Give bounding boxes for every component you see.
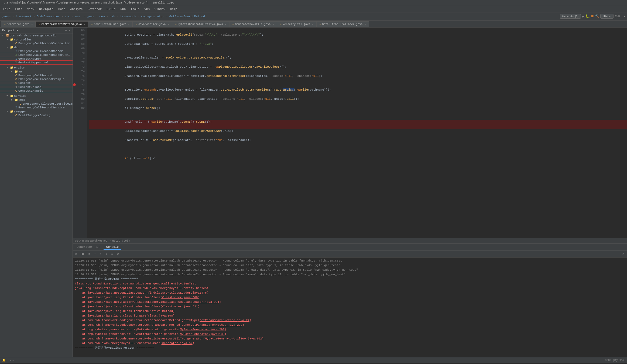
tab-mybatis-close[interactable]: ✕	[225, 23, 226, 26]
console-scroll-down-btn[interactable]: ⬇	[99, 251, 103, 256]
link-urlclassloader[interactable]: URLClassLoader.java:476	[166, 291, 207, 294]
breadcrumb-gaosu[interactable]: gaosu	[2, 15, 11, 18]
console-close-btn[interactable]: ✕	[621, 251, 625, 256]
console-soft-wrap-btn[interactable]: ↕	[104, 252, 108, 256]
tab-generator-close[interactable]: ✕	[31, 23, 33, 26]
breadcrumb-method[interactable]: GetParamSearchMethod	[169, 15, 205, 18]
status-info: ...	[10, 359, 15, 362]
console-restart-btn[interactable]: ↺	[87, 251, 91, 256]
link-classloader2[interactable]: ClassLoader.java:521	[162, 305, 198, 308]
tree-gentestmapper-xml[interactable]: X GenTestMapper.xml	[0, 61, 73, 64]
tree-root[interactable]: ▼ 📦 com.nwh.dxds.emergencycall	[0, 33, 73, 37]
link-mybatis-139[interactable]: MyBatisGenerator.java:139	[180, 332, 224, 336]
link-mybatis-293[interactable]: MyBatisGenerator.java:293	[180, 328, 224, 331]
tree-controller-folder[interactable]: ▼ 📁 controller	[0, 37, 73, 42]
tab-compilationunit[interactable]: ☕ CompilationUnit.java ✕	[88, 21, 132, 27]
menu-edit[interactable]: Edit	[13, 7, 24, 11]
breadcrumb-codegenerator2[interactable]: codegenerator	[141, 15, 164, 18]
tab-generator[interactable]: ☕ Generator.java ✕	[1, 21, 36, 27]
menu-view[interactable]: View	[25, 7, 36, 11]
breadcrumb-com[interactable]: com	[100, 15, 105, 18]
tab-velocity[interactable]: ☕ VelocityUtil.java ✕	[277, 21, 316, 27]
menu-help[interactable]: Help	[168, 7, 179, 11]
tab-console[interactable]: Console	[104, 245, 121, 250]
menu-build[interactable]: Build	[104, 7, 118, 11]
breadcrumb-main[interactable]: main	[75, 15, 82, 18]
tab-defaultshell[interactable]: ☕ DefaultShellCallback.java ✕	[316, 21, 369, 27]
link-generator-59[interactable]: Generator.java:59	[162, 342, 192, 345]
tab-getparam[interactable]: ☕ GetParamSearchMethod.java ✕	[36, 21, 88, 27]
tree-gentestexample[interactable]: C GenTestExample	[0, 89, 73, 93]
console-settings-btn[interactable]: ⚙	[116, 251, 120, 256]
impl-folder-icon: 📁	[14, 98, 18, 102]
tree-gentestmapper[interactable]: I GenTestMapper	[0, 57, 73, 61]
tab-mybatis[interactable]: ☕ MybatisGeneratorUtilTwo.java ✕	[172, 21, 229, 27]
tree-vo-folder[interactable]: ▶ 📁 vo	[0, 70, 73, 74]
tab-generator-bottom[interactable]: Generator (1)	[74, 245, 102, 250]
link-getparam-239[interactable]: GetParamSearchMethod.java:239	[191, 323, 242, 327]
menu-window[interactable]: Window	[152, 7, 167, 11]
tree-emergencycallrecordserviceimpl[interactable]: C EmergencyCallRecordServiceImpl	[0, 102, 73, 106]
console-run-btn[interactable]: ▶	[74, 251, 78, 256]
console-line-11: at java.base/java.lang.ClassLoader.loadC…	[75, 304, 625, 309]
menu-run[interactable]: Run	[118, 7, 128, 11]
menu-vcs[interactable]: VCS	[142, 7, 152, 11]
breadcrumb-nwh[interactable]: nwh	[110, 15, 115, 18]
tree-service-folder[interactable]: ▼ 📁 service	[0, 94, 73, 98]
menu-navigate[interactable]: Navigate	[37, 7, 56, 11]
tree-ecallswaggerconfig[interactable]: C EcallSwaggerConfig	[0, 114, 73, 117]
menu-refactor[interactable]: Refactor	[85, 7, 104, 11]
tree-emergencycallrecordmapper-xml[interactable]: X EmergencyCallRecordMapper.xml	[0, 53, 73, 57]
link-mybatisutil-162[interactable]: MybatisGeneratorUtilTwo.java:162	[205, 337, 262, 340]
tree-controller-class-label: EmergencyCallRecordController	[18, 42, 70, 45]
breadcrumb-framework2[interactable]: framework	[120, 15, 136, 18]
tab-compilationunit-label: CompilationUnit.java	[94, 23, 126, 26]
tree-root-arrow: ▼	[2, 34, 5, 37]
console-scroll-up-btn[interactable]: ⬆	[93, 251, 97, 256]
tab-javacompiler[interactable]: ☕ JavaCompiler.java ✕	[132, 21, 172, 27]
tree-emergencycallrecordcontroller[interactable]: C EmergencyCallRecordController	[0, 42, 73, 45]
generator-button[interactable]: Generator (1)	[560, 14, 581, 19]
link-classloader[interactable]: ClassLoader.java:588	[162, 296, 198, 299]
code-area[interactable]: String repString = classPath.replaceAll(…	[87, 28, 627, 238]
menu-tools[interactable]: Tools	[128, 7, 142, 11]
tab-compilationunit-close[interactable]: ✕	[128, 23, 129, 26]
tree-emergencycallrecord[interactable]: C EmergencyCallRecord	[0, 74, 73, 77]
breadcrumb-src[interactable]: src	[65, 15, 70, 18]
sidebar-options[interactable]: ⚙ ✕	[65, 29, 70, 32]
tab-velocity-close[interactable]: ✕	[312, 23, 313, 26]
menu-file[interactable]: File	[1, 7, 12, 11]
tree-swagger-folder[interactable]: ▼ 📁 swagger	[0, 109, 73, 114]
link-factoryurlclassloader[interactable]: URLClassLoader.java:904	[178, 300, 219, 304]
link-class-forname[interactable]: Class.java:398	[148, 314, 173, 317]
tree-gentest[interactable]: C GenTest	[0, 81, 73, 85]
tree-entity-folder[interactable]: ▼ 📁 entity	[0, 66, 73, 70]
breadcrumb-codegenerator[interactable]: CodeGenerator	[37, 15, 60, 18]
tree-service-interface-label: EmergencyCallRecordService	[18, 106, 65, 109]
tree-dao-folder[interactable]: ▼ 📁 dao	[0, 45, 73, 49]
console-line-17: at org.mybatis.generator.api.MyBatisGene…	[75, 332, 625, 336]
breadcrumb-java[interactable]: java	[87, 15, 94, 18]
breadcrumb-framework[interactable]: framework	[16, 15, 32, 18]
service-folder-icon: 📁	[10, 94, 14, 98]
tree-emergencycallrecordservice[interactable]: I EmergencyCallRecordService	[0, 106, 73, 109]
tab-javacompiler-close[interactable]: ✕	[168, 23, 169, 26]
tree-impl-folder[interactable]: ▼ 📁 impl	[0, 98, 73, 102]
tab-defaultshell-close[interactable]: ✕	[364, 23, 366, 26]
tree-emergencycallrecordexample[interactable]: C EmergencyCallRecordExample	[0, 77, 73, 81]
status-bar: 🔔 ... CSDN @Ayu大老	[0, 357, 627, 363]
tree-gentest-class[interactable]: ⚙ GenTest.class	[0, 85, 73, 89]
tab-generatedjava-close[interactable]: ✕	[272, 23, 274, 26]
tab-generatedjava[interactable]: ☕ GeneratedJavaFile.java ✕	[229, 21, 277, 27]
menu-analyze[interactable]: Analyze	[68, 7, 85, 11]
jrebel-button[interactable]: JRebel	[600, 14, 614, 19]
code-line-68	[89, 51, 627, 56]
tab-getparam-close[interactable]: ✕	[84, 23, 85, 26]
menu-code[interactable]: Code	[56, 7, 67, 11]
link-getparam-79[interactable]: GetParamSearchMethod.java:79	[200, 319, 249, 322]
breakpoint-77[interactable]	[73, 83, 76, 86]
console-stop-btn[interactable]: ⏹	[80, 251, 85, 256]
code-line-77: URL[] urls = {new File(pathName).toURI()…	[89, 120, 627, 129]
console-filter-btn[interactable]: ≡	[110, 252, 114, 256]
tree-emergencycallrecordmapper[interactable]: I EmergencyCallRecordMapper	[0, 49, 73, 53]
